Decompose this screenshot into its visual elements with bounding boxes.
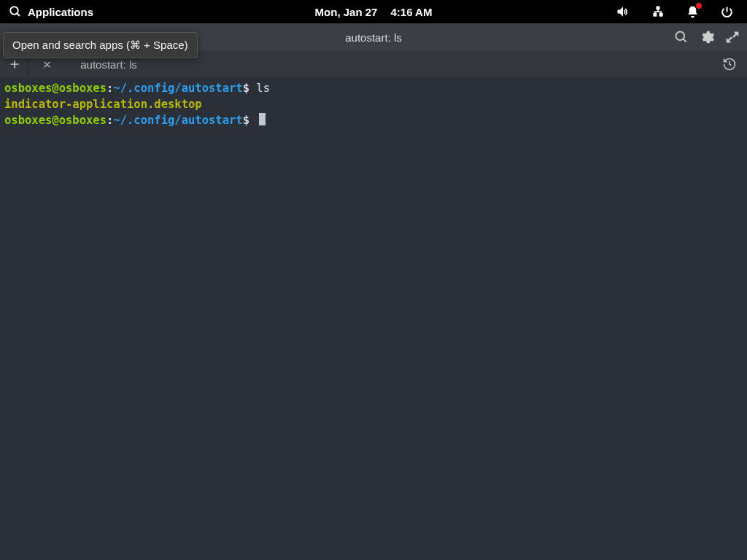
search-icon <box>9 5 22 18</box>
restore-window-icon[interactable] <box>725 30 740 44</box>
terminal-cursor <box>259 113 266 125</box>
terminal-window: autostart: ls <box>0 23 747 560</box>
titlebar-search-icon[interactable] <box>674 30 689 44</box>
prompt-user: osboxes@osboxes <box>4 114 107 127</box>
svg-point-5 <box>676 32 685 41</box>
tab-label: autostart: ls <box>80 58 137 71</box>
prompt-path: ~/.config/autostart <box>113 82 242 95</box>
power-icon[interactable] <box>720 5 734 19</box>
command-text: ls <box>256 82 270 95</box>
terminal-line: osboxes@osboxes:~/.config/autostart$ <box>4 112 743 128</box>
terminal-output-line: indicator-application.desktop <box>4 96 743 112</box>
applications-launcher[interactable]: Applications <box>9 5 93 18</box>
time-text: 4:16 AM <box>390 6 432 18</box>
notification-badge <box>696 3 702 9</box>
prompt-path: ~/.config/autostart <box>113 114 242 127</box>
svg-line-6 <box>684 39 686 42</box>
clock-area[interactable]: Mon, Jan 27 4:16 AM <box>315 6 433 18</box>
svg-rect-2 <box>653 13 657 17</box>
network-icon[interactable] <box>651 4 665 19</box>
terminal-line: osboxes@osboxes:~/.config/autostart$ ls <box>4 80 743 96</box>
notifications-icon[interactable] <box>686 5 700 19</box>
prompt-user: osboxes@osboxes <box>4 82 107 95</box>
settings-gear-icon[interactable] <box>699 29 715 45</box>
system-topbar: Applications Mon, Jan 27 4:16 AM <box>0 0 747 23</box>
terminal-content[interactable]: osboxes@osboxes:~/.config/autostart$ ls … <box>0 77 747 560</box>
volume-icon[interactable] <box>616 4 630 19</box>
tooltip-text: Open and search apps (⌘ + Space) <box>12 39 188 51</box>
history-icon[interactable] <box>722 57 737 71</box>
applications-label: Applications <box>28 6 93 18</box>
output-text: indicator-application.desktop <box>4 98 202 111</box>
window-title: autostart: ls <box>345 31 402 44</box>
svg-rect-4 <box>657 7 660 10</box>
svg-rect-3 <box>659 13 663 17</box>
applications-tooltip: Open and search apps (⌘ + Space) <box>3 32 198 58</box>
date-text: Mon, Jan 27 <box>315 6 378 18</box>
svg-point-0 <box>10 7 18 15</box>
svg-line-1 <box>17 13 20 16</box>
